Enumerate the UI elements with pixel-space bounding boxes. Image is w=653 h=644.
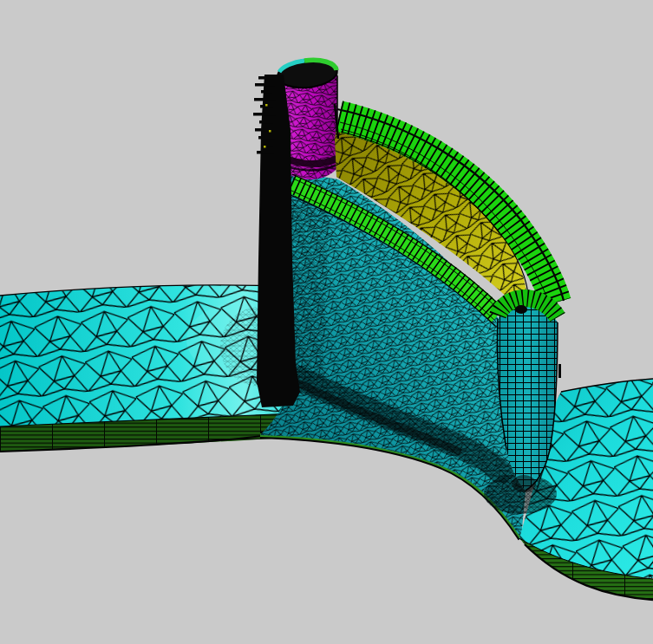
bristle-mark bbox=[254, 98, 276, 101]
mesh-viewport[interactable] bbox=[0, 0, 653, 644]
bristle-mark bbox=[257, 151, 274, 154]
bristle-mark bbox=[258, 136, 275, 140]
bristle-mark bbox=[255, 83, 275, 87]
tip-wrap-center bbox=[515, 305, 527, 314]
mesh-speck bbox=[265, 104, 268, 107]
bristle-mark bbox=[258, 76, 274, 80]
mesh-render-canvas bbox=[0, 0, 653, 644]
bristle-mark bbox=[261, 90, 272, 94]
mesh-speck bbox=[264, 146, 266, 148]
bristle-mark bbox=[253, 113, 276, 116]
bristle-mark bbox=[259, 120, 273, 124]
column-tip-shadow bbox=[512, 475, 536, 492]
bristle-mark bbox=[255, 128, 275, 132]
column-side-tick bbox=[558, 364, 561, 378]
mesh-speck bbox=[269, 130, 271, 133]
